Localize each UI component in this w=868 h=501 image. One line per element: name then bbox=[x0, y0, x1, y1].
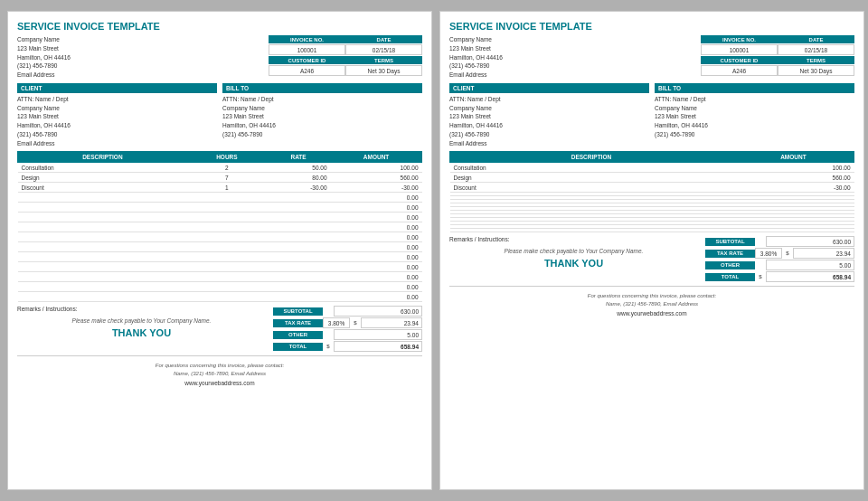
table-header-row-2: DESCRIPTION AMOUNT bbox=[450, 152, 854, 163]
col-description-1: DESCRIPTION bbox=[18, 152, 188, 163]
billto-block-2: BILL TO ATTN: Name / Dept Company Name 1… bbox=[655, 83, 854, 148]
row-rate bbox=[267, 203, 331, 213]
row-amount: -30.00 bbox=[331, 183, 422, 193]
billto-address-1: ATTN: Name / Dept Company Name 123 Main … bbox=[222, 95, 422, 139]
client-block-2: CLIENT ATTN: Name / Dept Company Name 12… bbox=[449, 83, 649, 148]
row-desc bbox=[18, 262, 188, 272]
company-email-2: Email Address bbox=[449, 71, 503, 80]
row-desc: Discount bbox=[450, 183, 733, 193]
billto-phone-2: (321) 456-7890 bbox=[655, 130, 854, 139]
other-label-1: OTHER bbox=[273, 331, 323, 339]
total-dollar-2: $ bbox=[755, 273, 766, 281]
date-label-1: DATE bbox=[345, 35, 422, 43]
meta-row-custterms-label-2: CUSTOMER ID TERMS bbox=[701, 56, 854, 64]
invoice-no-label-2: INVOICE NO. bbox=[701, 35, 778, 43]
totals-subtotal-row-2: SUBTOTAL 630.00 bbox=[705, 236, 854, 247]
date-label-2: DATE bbox=[778, 35, 854, 43]
table-row: 0.00 bbox=[18, 203, 422, 213]
row-hours bbox=[187, 282, 266, 292]
table-row: Discount -30.00 bbox=[450, 183, 854, 193]
other-value-2: 5.00 bbox=[766, 260, 854, 270]
invoice-meta-2: INVOICE NO. DATE 100001 02/15/18 CUSTOME… bbox=[701, 35, 854, 80]
totals-block-2: SUBTOTAL 630.00 TAX RATE 3.80% $ 23.94 O… bbox=[705, 236, 854, 283]
client-header-1: CLIENT bbox=[17, 83, 217, 93]
table-row: 0.00 bbox=[18, 232, 422, 242]
meta-row-invoice-1: INVOICE NO. DATE bbox=[269, 35, 422, 43]
company-phone-2: (321) 456-7890 bbox=[449, 61, 503, 71]
table-row bbox=[450, 229, 854, 232]
row-desc bbox=[18, 222, 188, 232]
billto-header-2: BILL TO bbox=[655, 83, 854, 93]
other-label-2: OTHER bbox=[705, 261, 755, 269]
client-street-2: 123 Main Street bbox=[449, 112, 649, 121]
totals-other-row-1: OTHER 5.00 bbox=[273, 329, 422, 340]
meta-row-custterms-value-1: A246 Net 30 Days bbox=[269, 65, 422, 76]
client-attn-1: ATTN: Name / Dept bbox=[17, 95, 217, 104]
invoice-card-1: SERVICE INVOICE TEMPLATE Company Name 12… bbox=[7, 11, 432, 490]
row-desc: Consultation bbox=[18, 163, 188, 173]
billto-street-1: 123 Main Street bbox=[222, 112, 422, 121]
billto-header-1: BILL TO bbox=[222, 83, 422, 93]
remarks-label-2: Remarks / Instructions: bbox=[449, 236, 698, 242]
col-amount-1: AMOUNT bbox=[331, 152, 422, 163]
company-info-2: Company Name 123 Main Street Hamilton, O… bbox=[449, 35, 503, 80]
row-hours bbox=[187, 242, 266, 252]
row-hours bbox=[187, 292, 266, 302]
client-city-2: Hamilton, OH 44416 bbox=[449, 121, 649, 130]
total-value-2: 658.94 bbox=[766, 271, 854, 282]
row-desc: Discount bbox=[18, 183, 188, 193]
invoice-no-label-1: INVOICE NO. bbox=[269, 35, 345, 43]
subtotal-spacer-1 bbox=[323, 310, 334, 313]
table-row: 0.00 bbox=[18, 282, 422, 292]
bottom-section-2: Remarks / Instructions: Please make chec… bbox=[449, 236, 854, 283]
row-amount: -30.00 bbox=[732, 183, 854, 193]
meta-row-values-2: 100001 02/15/18 bbox=[701, 44, 854, 55]
tax-label-1: TAX RATE bbox=[273, 319, 323, 327]
total-label-2: TOTAL bbox=[705, 273, 755, 281]
row-amount: 100.00 bbox=[331, 163, 422, 173]
client-address-1: ATTN: Name / Dept Company Name 123 Main … bbox=[17, 95, 217, 148]
row-amount: 0.00 bbox=[331, 272, 422, 282]
table-row: 0.00 bbox=[18, 262, 422, 272]
footer-divider-1 bbox=[17, 355, 422, 356]
company-info-1: Company Name 123 Main Street Hamilton, O… bbox=[17, 35, 71, 80]
thank-you-1: THANK YOU bbox=[17, 327, 266, 338]
row-hours bbox=[187, 213, 266, 222]
row-desc bbox=[18, 203, 188, 213]
footer-contact-text-1: For questions concerning this invoice, p… bbox=[17, 362, 422, 370]
row-amount: 0.00 bbox=[331, 203, 422, 213]
invoice-no-value-2: 100001 bbox=[701, 44, 778, 55]
row-hours bbox=[187, 203, 266, 213]
row-rate: -30.00 bbox=[267, 183, 331, 193]
client-attn-2: ATTN: Name / Dept bbox=[449, 95, 649, 104]
company-city-2: Hamilton, OH 44416 bbox=[449, 53, 503, 62]
totals-block-1: SUBTOTAL 630.00 TAX RATE 3.80% $ 23.94 O… bbox=[273, 306, 422, 353]
row-hours bbox=[187, 272, 266, 282]
terms-value-2: Net 30 Days bbox=[778, 65, 854, 76]
other-spacer-2 bbox=[755, 264, 766, 267]
col-hours-1: HOURS bbox=[187, 152, 266, 163]
remarks-thankyou-1: Remarks / Instructions: Please make chec… bbox=[17, 306, 273, 338]
meta-row-values-1: 100001 02/15/18 bbox=[269, 44, 422, 55]
billto-address-2: ATTN: Name / Dept Company Name 123 Main … bbox=[655, 95, 854, 139]
table-row: 0.00 bbox=[18, 193, 422, 203]
client-street-1: 123 Main Street bbox=[17, 112, 217, 121]
col-description-2: DESCRIPTION bbox=[450, 152, 733, 163]
row-rate bbox=[267, 292, 331, 302]
row-desc bbox=[18, 282, 188, 292]
tax-value-2: 23.94 bbox=[793, 248, 854, 259]
billto-street-2: 123 Main Street bbox=[655, 112, 854, 121]
subtotal-spacer-2 bbox=[755, 241, 766, 243]
customer-id-label-2: CUSTOMER ID bbox=[701, 56, 778, 64]
footer-contact-text-2: For questions concerning this invoice, p… bbox=[449, 292, 854, 300]
total-label-1: TOTAL bbox=[273, 343, 323, 351]
invoice-card-2: SERVICE INVOICE TEMPLATE Company Name 12… bbox=[439, 11, 864, 490]
client-phone-1: (321) 456-7890 bbox=[17, 130, 217, 139]
top-section-1: Company Name 123 Main Street Hamilton, O… bbox=[17, 35, 422, 80]
company-city-1: Hamilton, OH 44416 bbox=[17, 53, 71, 62]
footer-divider-2 bbox=[449, 286, 854, 287]
bottom-section-1: Remarks / Instructions: Please make chec… bbox=[17, 306, 422, 353]
totals-total-row-1: TOTAL $ 658.94 bbox=[273, 341, 422, 352]
row-hours bbox=[187, 193, 266, 203]
row-rate bbox=[267, 282, 331, 292]
